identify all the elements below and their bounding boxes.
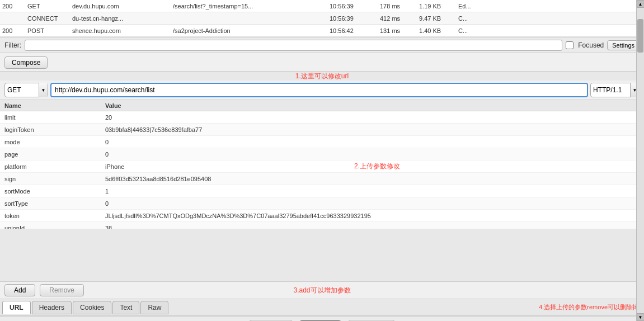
param-value: JLljsdLjfsdlI%3D%7CMTQxODg3MDczNA%3D%3D%…: [101, 213, 644, 219]
bottom-actions: Cancel Revert Execute 5.点击execute发送请求: [0, 316, 644, 321]
remove-button[interactable]: Remove: [40, 284, 84, 296]
annotation-4: 4.选择上传的参数remove可以删除掉: [539, 303, 638, 311]
host-cell: dev.du.hupu.com: [72, 3, 173, 10]
param-name: unionId: [0, 225, 101, 229]
duration-cell: 412 ms: [380, 15, 419, 22]
tab-text[interactable]: Text: [112, 301, 139, 314]
main-content: Compose 1.这里可以修改url GET POST PUT DELETE …: [0, 53, 644, 321]
method-select-wrapper: GET POST PUT DELETE ▼: [4, 83, 48, 97]
network-row[interactable]: 200 GET dev.du.hupu.com /search/list?_ti…: [0, 0, 644, 12]
settings-button[interactable]: Settings: [607, 40, 640, 50]
extra-cell: Ed...: [458, 3, 492, 10]
param-name: page: [0, 151, 101, 158]
filter-bar: Filter: Focused Settings: [0, 37, 644, 53]
param-value: iPhone: [101, 163, 644, 170]
param-value: 5d6ff03d53213aa8d8516d281e095408: [101, 176, 644, 182]
scrollbar-track[interactable]: [637, 8, 644, 313]
value-column-header: Value: [101, 102, 644, 109]
extra-cell: C...: [458, 15, 492, 22]
param-row[interactable]: sortMode 1: [0, 185, 644, 197]
param-value: 1: [101, 188, 644, 195]
time-cell: 10:56:39: [330, 3, 380, 10]
params-container: Name Value 2.上传参数修改 limit 20 loginToken …: [0, 100, 644, 281]
method-dropdown-arrow-icon[interactable]: ▼: [39, 83, 48, 97]
tab-url[interactable]: URL: [2, 301, 31, 314]
param-name: token: [0, 213, 101, 219]
path-cell: /sa2project-Addiction: [173, 27, 330, 34]
status-cell: 200: [2, 27, 27, 34]
right-scrollbar: ▲ ▼: [636, 0, 644, 321]
method-select[interactable]: GET POST PUT DELETE: [5, 86, 39, 94]
tabs-row: URL Headers Cookies Text Raw 4.选择上传的参数re…: [0, 299, 644, 316]
param-row[interactable]: limit 20: [0, 111, 644, 124]
annotation-1: 1.这里可以修改url: [295, 72, 349, 81]
method-cell: CONNECT: [27, 15, 72, 22]
tab-cookies[interactable]: Cookies: [73, 301, 111, 314]
network-row[interactable]: CONNECT du-test.cn-hangz... 10:56:39 412…: [0, 12, 644, 25]
param-row[interactable]: loginToken 03b9bfa8|44633|7c536e839fafba…: [0, 124, 644, 136]
focused-checkbox[interactable]: [566, 41, 574, 49]
extra-cell: C...: [458, 27, 492, 34]
param-value: 0: [101, 151, 644, 158]
network-row[interactable]: 200 POST shence.hupu.com /sa2project-Add…: [0, 25, 644, 37]
annotation-3: 3.add可以增加参数: [293, 286, 350, 295]
tab-headers[interactable]: Headers: [32, 301, 72, 314]
url-input[interactable]: [50, 83, 588, 97]
compose-button[interactable]: Compose: [4, 56, 48, 69]
network-rows-container: 200 GET dev.du.hupu.com /search/list?_ti…: [0, 0, 644, 37]
duration-cell: 131 ms: [380, 27, 419, 34]
param-row[interactable]: platform iPhone: [0, 160, 644, 173]
name-column-header: Name: [0, 102, 101, 109]
param-value: 0: [101, 200, 644, 207]
focused-label: Focused: [578, 41, 604, 49]
protocol-select[interactable]: HTTP/1.1 HTTP/2 HTTPS: [591, 86, 630, 94]
param-value: 0: [101, 139, 644, 145]
param-name: sortType: [0, 200, 101, 207]
compose-area: Compose: [0, 53, 644, 72]
duration-cell: 178 ms: [380, 3, 419, 10]
tab-raw[interactable]: Raw: [140, 301, 168, 314]
param-row[interactable]: sign 5d6ff03d53213aa8d8516d281e095408: [0, 173, 644, 185]
params-table: Name Value 2.上传参数修改 limit 20 loginToken …: [0, 100, 644, 229]
size-cell: 1.19 KB: [419, 3, 458, 10]
filter-label: Filter:: [4, 41, 21, 49]
param-row[interactable]: mode 0: [0, 136, 644, 148]
param-name: mode: [0, 139, 101, 145]
time-cell: 10:56:42: [330, 27, 380, 34]
status-cell: 200: [2, 3, 27, 10]
param-row[interactable]: token JLljsdLjfsdlI%3D%7CMTQxODg3MDczNA%…: [0, 210, 644, 222]
param-name: loginToken: [0, 126, 101, 133]
url-row: GET POST PUT DELETE ▼ HTTP/1.1 HTTP/2 HT…: [0, 81, 644, 100]
param-value: 38: [101, 225, 644, 229]
scrollbar-up-arrow-icon[interactable]: ▲: [637, 0, 645, 8]
param-name: sortMode: [0, 188, 101, 195]
filter-input[interactable]: [25, 40, 562, 51]
scrollbar-thumb[interactable]: [637, 19, 643, 53]
time-cell: 10:56:39: [330, 15, 380, 22]
params-header: Name Value: [0, 100, 644, 111]
size-cell: 1.40 KB: [419, 27, 458, 34]
protocol-select-wrapper: HTTP/1.1 HTTP/2 HTTPS ▼: [590, 83, 640, 97]
host-cell: shence.hupu.com: [72, 27, 173, 34]
param-row[interactable]: unionId 38: [0, 222, 644, 229]
host-cell: du-test.cn-hangz...: [72, 15, 173, 22]
url-row-wrapper: 1.这里可以修改url GET POST PUT DELETE ▼ HTTP/1…: [0, 72, 644, 100]
method-cell: GET: [27, 3, 72, 10]
param-name: platform: [0, 163, 101, 170]
path-cell: /search/list?_timestamp=15...: [173, 3, 330, 10]
param-row[interactable]: page 0: [0, 148, 644, 160]
param-value: 20: [101, 114, 644, 121]
param-name: sign: [0, 176, 101, 182]
param-name: limit: [0, 114, 101, 121]
add-remove-row: Add Remove 3.add可以增加参数: [0, 281, 644, 299]
param-value: 03b9bfa8|44633|7c536e839fafba77: [101, 126, 644, 133]
param-row[interactable]: sortType 0: [0, 197, 644, 210]
scrollbar-down-arrow-icon[interactable]: ▼: [637, 313, 645, 321]
size-cell: 9.47 KB: [419, 15, 458, 22]
add-button[interactable]: Add: [4, 284, 35, 296]
method-cell: POST: [27, 27, 72, 34]
